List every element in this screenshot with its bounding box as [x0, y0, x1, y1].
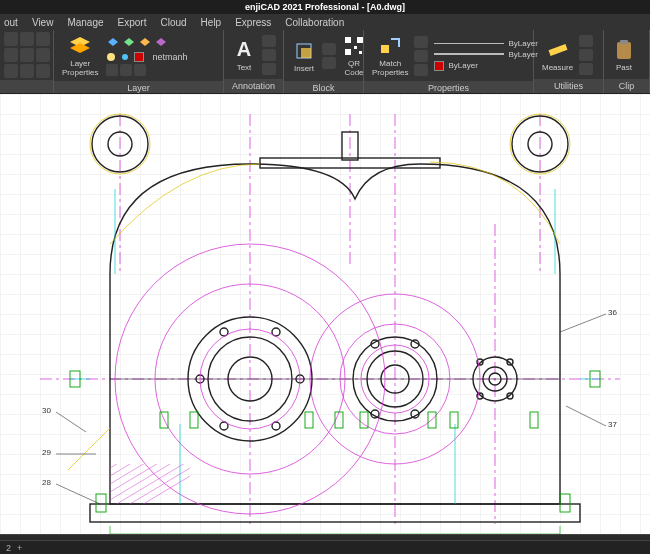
svg-rect-17 — [617, 42, 631, 59]
measure-button[interactable]: Measure — [538, 36, 577, 74]
menu-item-out[interactable]: out — [4, 17, 18, 28]
current-layer-name: netmanh — [152, 52, 187, 62]
panel-label-clipboard: Clip — [604, 79, 649, 93]
menu-bar: out View Manage Export Cloud Help Expres… — [0, 14, 650, 30]
util-icon-3[interactable] — [579, 63, 593, 75]
layer-lock-icon[interactable] — [138, 36, 152, 50]
clipboard-icon — [612, 38, 636, 62]
util-icon-2[interactable] — [579, 49, 593, 61]
app-title: enjiCAD 2021 Professional - [A0.dwg] — [245, 2, 405, 12]
util-icon-1[interactable] — [579, 35, 593, 47]
panel-label-layer: Layer — [54, 81, 223, 93]
lightbulb-icon — [106, 52, 116, 62]
linetype-dropdown[interactable]: ByLayer — [434, 39, 537, 48]
svg-marker-1 — [70, 43, 90, 53]
title-bar: enjiCAD 2021 Professional - [A0.dwg] — [0, 0, 650, 14]
svg-marker-4 — [140, 38, 150, 46]
panel-label-utilities: Utilities — [534, 79, 603, 93]
edit-block-icon[interactable] — [322, 57, 336, 69]
svg-rect-9 — [301, 48, 311, 58]
svg-rect-15 — [381, 45, 389, 53]
menu-item-manage[interactable]: Manage — [67, 17, 103, 28]
text-icon: A — [232, 38, 256, 62]
match-icon — [378, 34, 402, 58]
svg-marker-2 — [108, 38, 118, 46]
insert-icon — [292, 39, 316, 63]
table-icon[interactable] — [262, 63, 276, 75]
color-swatch-icon — [434, 61, 444, 71]
paste-button[interactable]: Past — [608, 36, 640, 74]
panel-label-annotation: Annotation — [224, 79, 283, 93]
color-dropdown[interactable]: ByLayer — [434, 61, 537, 71]
prop-tool-icon-2[interactable] — [414, 50, 428, 62]
drawing-canvas[interactable]: 28 29 30 36 37 — [0, 94, 650, 534]
svg-marker-5 — [156, 38, 166, 46]
menu-item-cloud[interactable]: Cloud — [160, 17, 186, 28]
menu-item-view[interactable]: View — [32, 17, 54, 28]
svg-rect-18 — [620, 40, 628, 44]
callout-30: 30 — [42, 406, 51, 415]
cad-drawing — [0, 94, 650, 534]
layer-color-icon[interactable] — [154, 36, 168, 50]
layer-properties-button[interactable]: Layer Properties — [58, 32, 102, 79]
svg-rect-11 — [357, 37, 363, 43]
svg-rect-13 — [354, 46, 357, 49]
menu-item-collab[interactable]: Collaboration — [285, 17, 344, 28]
menu-item-express[interactable]: Express — [235, 17, 271, 28]
ruler-icon — [546, 38, 570, 62]
panel-label-properties: Properties — [364, 81, 533, 93]
lineweight-dropdown[interactable]: ByLayer — [434, 50, 537, 59]
prop-tool-icon-1[interactable] — [414, 36, 428, 48]
layer-freeze-icon[interactable] — [122, 36, 136, 50]
prop-tool-icon-3[interactable] — [414, 64, 428, 76]
svg-point-7 — [122, 54, 128, 60]
insert-button[interactable]: Insert — [288, 37, 320, 75]
svg-marker-3 — [124, 38, 134, 46]
match-properties-button[interactable]: Match Properties — [368, 32, 412, 79]
layer-iso-icon[interactable] — [106, 64, 118, 76]
svg-rect-14 — [359, 51, 362, 54]
svg-rect-12 — [345, 49, 351, 55]
dimension-icon[interactable] — [262, 35, 276, 47]
callout-37: 37 — [608, 420, 617, 429]
menu-item-help[interactable]: Help — [201, 17, 222, 28]
sun-icon — [120, 52, 130, 62]
status-coord: 2 — [6, 543, 11, 553]
svg-rect-16 — [548, 44, 567, 56]
layer-on-icon[interactable] — [106, 36, 120, 50]
callout-36: 36 — [608, 308, 617, 317]
leader-icon[interactable] — [262, 49, 276, 61]
svg-rect-10 — [345, 37, 351, 43]
callout-29: 29 — [42, 448, 51, 457]
menu-item-export[interactable]: Export — [118, 17, 147, 28]
status-plus[interactable]: + — [17, 543, 22, 553]
text-button[interactable]: A Text — [228, 36, 260, 74]
create-block-icon[interactable] — [322, 43, 336, 55]
ribbon: Layer Properties netmanh — [0, 30, 650, 94]
layers-icon — [68, 34, 92, 58]
current-layer-dropdown[interactable]: netmanh — [106, 52, 187, 62]
layer-off-icon[interactable] — [120, 64, 132, 76]
panel-label-block: Block — [284, 81, 363, 93]
layer-color-swatch — [134, 52, 144, 62]
svg-point-6 — [107, 53, 115, 61]
layer-thaw-icon[interactable] — [134, 64, 146, 76]
callout-28: 28 — [42, 478, 51, 487]
qr-icon — [342, 34, 366, 58]
status-bar: 2 + — [0, 540, 650, 554]
quick-tools-grid[interactable] — [4, 32, 50, 78]
